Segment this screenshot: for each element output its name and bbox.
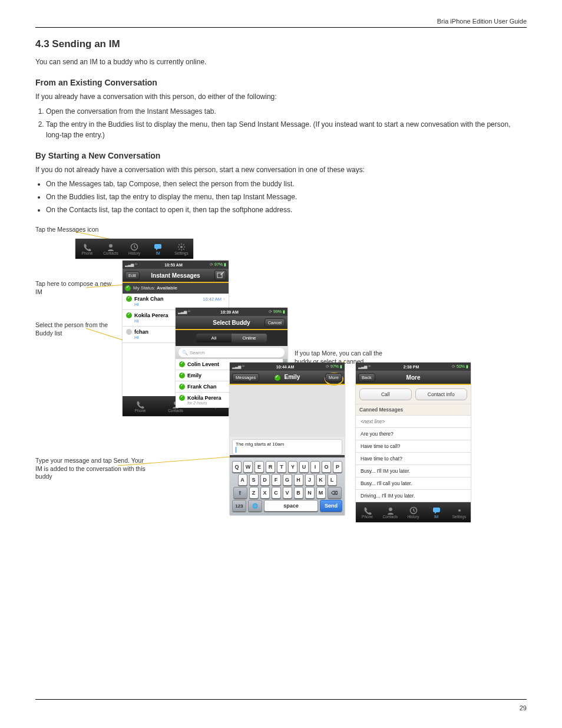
contact-info-button[interactable]: Contact Info bbox=[415, 388, 468, 400]
send-key[interactable]: Send bbox=[320, 500, 342, 512]
seg-online[interactable]: Online bbox=[232, 334, 267, 342]
key-g[interactable]: G bbox=[283, 474, 292, 486]
bullet-1: On the Messages tab, tap Compose, then s… bbox=[46, 179, 527, 189]
tab-phone[interactable]: Phone bbox=[123, 396, 158, 416]
tab-history[interactable]: History bbox=[123, 239, 146, 259]
shift-key[interactable]: ⇧ bbox=[233, 487, 247, 499]
tab-phone[interactable]: Phone bbox=[75, 239, 99, 259]
list-item[interactable]: Busy... I'll call you later. bbox=[356, 477, 471, 490]
space-key[interactable]: space bbox=[264, 500, 318, 512]
list-item[interactable]: Have time to call? bbox=[356, 440, 471, 453]
my-status-row[interactable]: My Status: Available bbox=[123, 283, 229, 294]
svg-point-8 bbox=[180, 246, 183, 248]
key-j[interactable]: J bbox=[305, 474, 315, 486]
tab-phone[interactable]: Phone bbox=[356, 502, 379, 522]
tab-phone-label: Phone bbox=[82, 251, 93, 255]
method1-steps: Open the conversation from the Instant M… bbox=[46, 106, 527, 140]
key-z[interactable]: Z bbox=[249, 487, 259, 499]
battery-d: 50% bbox=[457, 364, 465, 368]
tab-contacts[interactable]: Contacts bbox=[379, 502, 402, 522]
key-r[interactable]: R bbox=[266, 461, 275, 473]
key-f[interactable]: F bbox=[272, 474, 281, 486]
statusbar-d: ▂▃▅ ⌔ 2:38 PM ⟳ 50% ▮ bbox=[356, 363, 471, 371]
method2-bullets: On the Messages tab, tap Compose, then s… bbox=[46, 179, 527, 215]
key-b[interactable]: B bbox=[294, 487, 303, 499]
list-item[interactable]: <next line> bbox=[356, 416, 471, 428]
tabbar-d: Phone Contacts History IM Settings bbox=[356, 502, 471, 522]
list-item[interactable]: Have time to chat? bbox=[356, 453, 471, 465]
key-a[interactable]: A bbox=[238, 474, 247, 486]
key-c[interactable]: C bbox=[272, 487, 281, 499]
svg-line-15 bbox=[183, 244, 184, 245]
numbers-key[interactable]: 123 bbox=[232, 500, 246, 512]
presence-icon bbox=[179, 361, 185, 367]
navbar-b: Select Buddy Cancel bbox=[176, 316, 287, 330]
key-m[interactable]: M bbox=[316, 487, 326, 499]
key-i[interactable]: I bbox=[310, 461, 320, 473]
key-e[interactable]: E bbox=[254, 461, 264, 473]
status-dot-icon bbox=[125, 285, 131, 291]
tab-history[interactable]: History bbox=[402, 502, 425, 522]
edit-button[interactable]: Edit bbox=[125, 271, 140, 280]
callout-1: Tap the Messages icon bbox=[35, 226, 103, 234]
presence-icon bbox=[126, 296, 132, 302]
phone-compose: ▂▃▅ ⌔ 10:44 AM ⟳ 97% ▮ Messages Emily Mo… bbox=[230, 363, 345, 515]
message-input[interactable]: The mtg starts at 10am bbox=[232, 439, 342, 455]
statusbar-c: ▂▃▅ ⌔ 10:44 AM ⟳ 97% ▮ bbox=[230, 363, 345, 371]
key-d[interactable]: D bbox=[260, 474, 270, 486]
globe-key[interactable]: 🌐 bbox=[248, 500, 262, 512]
phone-more: ▂▃▅ ⌔ 2:38 PM ⟳ 50% ▮ Back More Call Con… bbox=[356, 363, 471, 522]
history-icon bbox=[130, 243, 139, 251]
tab-im[interactable]: IM bbox=[146, 239, 170, 259]
back-button[interactable]: Back bbox=[358, 373, 375, 382]
list-item[interactable]: Busy... I'll IM you later. bbox=[356, 465, 471, 477]
key-k[interactable]: K bbox=[316, 474, 326, 486]
tab-settings[interactable]: Settings bbox=[170, 239, 193, 259]
backspace-key[interactable]: ⌫ bbox=[328, 487, 342, 499]
key-y[interactable]: Y bbox=[288, 461, 297, 473]
compose-icon bbox=[217, 272, 224, 279]
step-1: Open the conversation from the Instant M… bbox=[46, 106, 527, 117]
key-x[interactable]: X bbox=[260, 487, 270, 499]
messages-back-button[interactable]: Messages bbox=[232, 373, 259, 382]
tabbar-standalone: Phone Contacts History IM Settings bbox=[75, 239, 193, 259]
presence-icon bbox=[126, 312, 132, 318]
key-v[interactable]: V bbox=[283, 487, 292, 499]
keyboard: QWERTYUIOP ASDFGHJKL ⇧ ZXCVBNM ⌫ 123 🌐 s… bbox=[230, 457, 345, 515]
segmented-control[interactable]: All Online bbox=[196, 334, 267, 342]
contacts-icon bbox=[386, 506, 395, 515]
step-2: Tap the entry in the Buddies list to dis… bbox=[46, 119, 527, 140]
message-input-value: The mtg starts at 10am bbox=[236, 442, 284, 447]
list-item[interactable]: Are you there? bbox=[356, 428, 471, 440]
search-input[interactable]: Search bbox=[178, 348, 285, 357]
callout-4: Type your message and tap Send. Your IM … bbox=[35, 457, 147, 481]
key-t[interactable]: T bbox=[277, 461, 286, 473]
svg-point-5 bbox=[109, 244, 113, 248]
list-item[interactable]: Driving... I'll IM you later. bbox=[356, 490, 471, 502]
more-button[interactable]: More bbox=[325, 373, 342, 382]
tab-settings[interactable]: Settings bbox=[448, 502, 471, 522]
key-q[interactable]: Q bbox=[232, 461, 242, 473]
key-s[interactable]: S bbox=[249, 474, 259, 486]
presence-icon bbox=[126, 329, 132, 335]
key-n[interactable]: N bbox=[305, 487, 315, 499]
signal-icon: ▂▃▅ ⌔ bbox=[125, 262, 137, 267]
tab-contacts[interactable]: Contacts bbox=[99, 239, 123, 259]
canned-section-header: Canned Messages bbox=[356, 404, 471, 416]
key-h[interactable]: H bbox=[294, 474, 303, 486]
call-button[interactable]: Call bbox=[359, 388, 412, 400]
tab-im[interactable]: IM bbox=[425, 502, 448, 522]
key-u[interactable]: U bbox=[299, 461, 309, 473]
key-o[interactable]: O bbox=[322, 461, 331, 473]
key-p[interactable]: P bbox=[333, 461, 342, 473]
compose-button[interactable] bbox=[214, 270, 226, 281]
screenshot-composite: Tap the Messages icon Tap here to compos… bbox=[35, 221, 527, 539]
key-w[interactable]: W bbox=[243, 461, 253, 473]
settings-icon bbox=[177, 243, 186, 251]
cancel-button[interactable]: Cancel bbox=[265, 318, 285, 327]
key-l[interactable]: L bbox=[328, 474, 337, 486]
action-buttons: Call Contact Info bbox=[356, 385, 471, 404]
method2-title: By Starting a New Conversation bbox=[35, 151, 527, 160]
svg-rect-21 bbox=[433, 508, 440, 512]
seg-all[interactable]: All bbox=[196, 334, 232, 342]
